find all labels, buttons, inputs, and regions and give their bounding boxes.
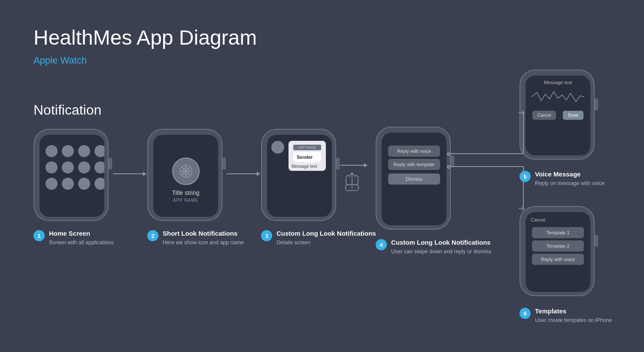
- scroll-icon: [345, 167, 360, 193]
- step-3-circle: 3: [261, 230, 272, 241]
- step-3-label: 3 Custom Long Look Notifications Details…: [261, 229, 376, 246]
- watch-2: Title string APP NAME: [147, 129, 222, 221]
- voice-waveform: [531, 88, 585, 106]
- step-2-circle: 2: [147, 230, 158, 241]
- step-1-circle: 1: [33, 230, 45, 241]
- voice-action-buttons: Cancel Done: [529, 111, 587, 120]
- template-cancel-label: Cancel: [529, 215, 587, 225]
- dot-template: [447, 165, 450, 169]
- step-3-title: Custom Long Look Notifications: [276, 229, 376, 238]
- step-6-label: 6 Templates User create tempates on iPho…: [519, 307, 612, 324]
- voice-cancel-button[interactable]: Cancel: [532, 111, 556, 120]
- connector-voice-vert: [523, 112, 524, 154]
- reply-template-button[interactable]: Reply with template: [388, 159, 440, 170]
- watch-5: Message text Cancel Done: [519, 70, 595, 160]
- step-2-label: 2 Short Look Notifications Here we show …: [147, 229, 244, 246]
- step-1-desc: Screen with all applications: [49, 239, 114, 247]
- arrow-to-watch5: [519, 109, 526, 117]
- template-2-button[interactable]: Template 2: [532, 240, 584, 252]
- step-6-circle: 6: [519, 308, 531, 319]
- step-5-desc: Reply on message with voice: [535, 180, 605, 188]
- step-4-circle: 4: [376, 239, 387, 250]
- title-string: Title string: [172, 189, 199, 196]
- app-icon: [172, 158, 200, 185]
- template-voice-button[interactable]: Reply with voice: [532, 254, 584, 265]
- connector-template-horiz: [450, 166, 523, 167]
- watch-3: APP NAME Sender Message text: [261, 129, 336, 221]
- app-name-label: APP NAME: [173, 198, 199, 203]
- step-5-title: Voice Message: [535, 170, 605, 179]
- step-4-desc: User can swipe down and reply or dismiss: [391, 248, 491, 256]
- step-5-label: 5 Voice Message Reply on message with vo…: [519, 170, 605, 187]
- page-title: HealthMes App Diagram: [33, 26, 257, 49]
- step-4-label: 4 Custom Long Look Notifications User ca…: [376, 238, 491, 255]
- step-3-desc: Details screen: [276, 239, 376, 247]
- step-4-title: Custom Long Look Notifications: [391, 238, 491, 247]
- watch-4: Reply with voice Reply with template Dis…: [376, 127, 451, 230]
- home-screen-grid: [39, 139, 104, 196]
- notification-card: APP NAME Sender Message text: [289, 141, 326, 171]
- arrow-2-3: [227, 172, 260, 176]
- step-1-label: 1 Home Screen Screen with all applicatio…: [33, 229, 114, 246]
- reply-voice-button[interactable]: Reply with voice: [388, 146, 440, 157]
- dismiss-button[interactable]: Dismiss: [388, 173, 440, 185]
- step-2-title: Short Look Notifications: [163, 229, 244, 238]
- page-subtitle: Apple Watch: [33, 55, 87, 66]
- dot-voice: [447, 152, 450, 156]
- watch-6: Cancel Template 1 Template 2 Reply with …: [519, 206, 595, 296]
- sender-name: Sender: [293, 152, 321, 162]
- app-name-badge: APP NAME: [293, 145, 321, 150]
- arrow-to-watch6: [519, 205, 526, 213]
- step-2-desc: Here we show icon and app name: [163, 239, 244, 247]
- connector-template-vert-down: [523, 167, 524, 207]
- step-1-title: Home Screen: [49, 229, 114, 238]
- watch-1: [33, 129, 109, 221]
- message-text: Message text: [292, 164, 323, 169]
- step-5-circle: 5: [519, 171, 531, 182]
- section-title: Notification: [33, 102, 101, 118]
- connector-voice-horiz: [450, 153, 523, 154]
- step-6-desc: User create tempates on iPhone: [535, 317, 612, 325]
- voice-done-button[interactable]: Done: [563, 111, 583, 120]
- template-1-button[interactable]: Template 1: [532, 227, 584, 238]
- arrow-1-2: [113, 172, 146, 176]
- step-6-title: Templates: [535, 307, 612, 316]
- arrow-3-4: [340, 163, 368, 167]
- voice-msg-label: Message text: [529, 80, 587, 85]
